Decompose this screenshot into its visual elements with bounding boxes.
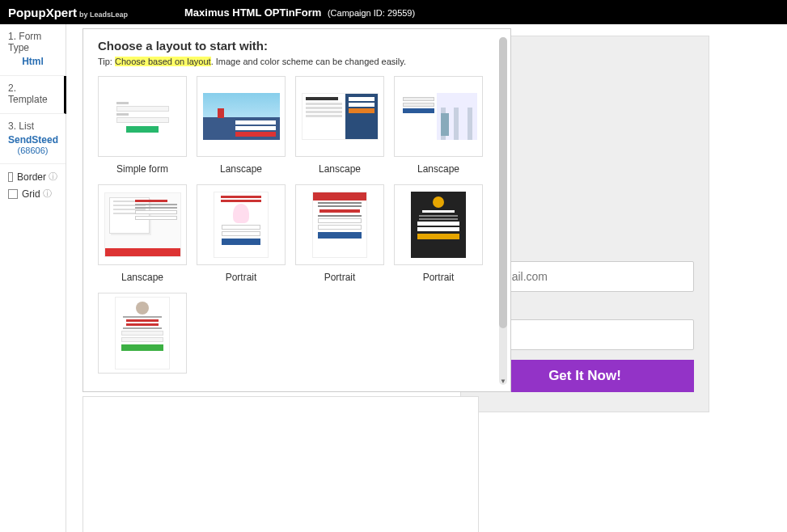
template-label: Portrait	[295, 272, 384, 283]
template-thumbnail	[394, 76, 483, 157]
sidebar-item-template[interactable]: 2. Template	[0, 76, 66, 114]
template-portrait-3[interactable]: Portrait	[394, 184, 483, 283]
scrollbar-thumb[interactable]	[499, 37, 507, 328]
border-checkbox[interactable]: Border ⓘ	[8, 171, 57, 183]
help-icon[interactable]: ⓘ	[43, 188, 52, 200]
sidebar-value: SendSteed	[8, 134, 57, 146]
sidebar-label: 2. Template	[8, 82, 56, 105]
template-thumbnail	[394, 184, 483, 265]
template-label: Lanscape	[394, 163, 483, 175]
sidebar-value: Html	[8, 56, 57, 67]
template-label: Lanscape	[98, 272, 187, 283]
canvas-area[interactable]	[83, 396, 479, 532]
template-simple-form[interactable]: Simple form	[98, 76, 187, 175]
scrollbar[interactable]: ▼	[499, 37, 507, 385]
sidebar-label: 3. List	[8, 120, 57, 132]
template-portrait-2[interactable]: Portrait	[295, 184, 384, 283]
template-label: Lanscape	[295, 163, 384, 175]
main-container: 1. Form Type Html 2. Template 3. List Se…	[0, 24, 787, 532]
sidebar-item-list[interactable]: 3. List SendSteed (68606)	[0, 114, 66, 164]
layout-chooser: Choose a layout to start with: Tip: Choo…	[83, 28, 511, 392]
template-thumbnail	[295, 184, 384, 265]
template-thumbnail	[98, 184, 187, 265]
template-label: Lanscape	[197, 163, 286, 175]
logo-byline: by LeadsLeap	[79, 11, 128, 19]
campaign-id: (Campaign ID: 29559)	[328, 8, 415, 18]
chooser-title: Choose a layout to start with:	[98, 39, 510, 53]
checkbox-icon	[8, 172, 13, 182]
form-title: Maximus HTML OPTinForm	[184, 6, 321, 19]
help-icon[interactable]: ⓘ	[49, 171, 57, 183]
scroll-down-icon[interactable]: ▼	[499, 377, 507, 385]
border-label: Border	[17, 171, 46, 183]
template-thumbnail	[197, 184, 286, 265]
logo-text: PopupXpert	[8, 6, 77, 19]
template-thumbnail	[197, 76, 286, 157]
sidebar-item-formtype[interactable]: 1. Form Type Html	[0, 24, 66, 76]
template-portrait-1[interactable]: Portrait	[197, 184, 286, 283]
checkbox-icon	[8, 189, 18, 199]
sidebar-subvalue: (68606)	[8, 146, 57, 155]
template-label: Simple form	[98, 163, 187, 175]
template-thumbnail	[98, 293, 187, 374]
header-title: Maximus HTML OPTinForm (Campaign ID: 295…	[184, 6, 415, 19]
template-thumbnail	[98, 76, 187, 157]
template-grid: Simple form Lanscape	[98, 76, 510, 374]
tip-prefix: Tip:	[98, 57, 115, 66]
template-landscape-1[interactable]: Lanscape	[197, 76, 286, 175]
template-portrait-4[interactable]	[98, 293, 187, 374]
chooser-tip: Tip: Choose based on layout. Image and c…	[98, 57, 510, 66]
tip-highlight: Choose based on layout	[115, 57, 211, 66]
grid-checkbox[interactable]: Grid ⓘ	[8, 188, 57, 200]
template-label: Portrait	[197, 272, 286, 283]
grid-label: Grid	[22, 188, 40, 200]
template-landscape-4[interactable]: Lanscape	[98, 184, 187, 283]
logo: PopupXpert by LeadsLeap	[8, 6, 128, 19]
template-landscape-3[interactable]: Lanscape	[394, 76, 483, 175]
content-area: il e Get It Now! Choose a layout to star…	[66, 24, 787, 532]
template-thumbnail	[295, 76, 384, 157]
template-label: Portrait	[394, 272, 483, 283]
top-header: PopupXpert by LeadsLeap Maximus HTML OPT…	[0, 0, 787, 24]
sidebar-options: Border ⓘ Grid ⓘ	[0, 164, 66, 211]
sidebar: 1. Form Type Html 2. Template 3. List Se…	[0, 24, 66, 532]
template-landscape-2[interactable]: Lanscape	[295, 76, 384, 175]
tip-suffix: . Image and color scheme can be changed …	[211, 57, 406, 66]
sidebar-label: 1. Form Type	[8, 31, 57, 53]
